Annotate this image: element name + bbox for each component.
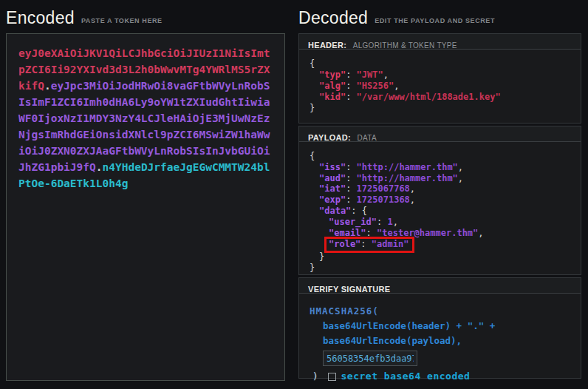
decoded-panel-head: Decoded EDIT THE PAYLOAD AND SECRET [298,0,581,33]
header-section-bar: HEADER: ALGORITHM & TOKEN TYPE [299,34,581,50]
brace: } [319,251,324,262]
payload-section-bar: PAYLOAD: DATA [299,126,581,142]
token-separator: . [96,161,103,173]
header-line-kid: "kid": "/var/www/html/188ade1.key" [310,92,570,103]
decoded-title: Decoded [298,8,368,28]
base64-encoded-checkbox[interactable] [328,373,336,381]
payload-line-role: "role": "admin" [310,238,570,251]
payload-json-editor[interactable]: { "iss": "http://hammer.thm", "aud": "ht… [299,142,581,283]
token-separator: . [44,80,51,92]
header-line-typ: "typ": "JWT", [310,70,570,81]
encoded-panel-head: Encoded PASTE A TOKEN HERE [6,0,285,33]
brace: } [310,103,315,113]
payload-line-iat: "iat": 1725067768, [310,183,570,194]
header-section-sublabel: ALGORITHM & TOKEN TYPE [353,41,457,50]
brace: { [310,58,315,69]
payload-line-iss: "iss": "http://hammer.thm", [310,162,570,173]
header-json-editor[interactable]: { "typ": "JWT", "alg": "HS256", "kid": "… [299,50,581,123]
encoded-title: Encoded [6,8,75,28]
payload-line-data-open: "data": { [310,206,570,217]
verify-section-label: VERIFY SIGNATURE [308,285,390,294]
payload-line-exp: "exp": 1725071368, [310,194,570,206]
brace: } [310,263,315,273]
role-admin-highlight-box: "role": "admin" [324,237,414,253]
encoded-subtitle: PASTE A TOKEN HERE [81,17,163,24]
payload-line-user-id: "user_id": 1, [310,217,570,228]
header-line-alg: "alg": "HS256", [310,81,570,92]
secret-options-row: ) secret base64 encoded [310,369,570,384]
decoded-panel: Decoded EDIT THE PAYLOAD AND SECRET HEAD… [298,0,581,381]
hmac-line: HMACSHA256( [310,304,570,319]
payload-section-sublabel: DATA [357,134,376,142]
payload-section: PAYLOAD: DATA { "iss": "http://hammer.th… [298,126,581,275]
base64-encoded-checkbox-label[interactable]: secret base64 encoded [341,369,471,384]
base64-header-line: base64UrlEncode(header) + "." + [323,319,570,334]
encoded-panel: Encoded PASTE A TOKEN HERE eyJ0eXAiOiJKV… [6,0,285,381]
brace: { [310,151,315,161]
verify-signature-section: VERIFY SIGNATURE HMACSHA256( base64UrlEn… [298,277,581,379]
header-section-label: HEADER: [308,41,346,50]
header-section: HEADER: ALGORITHM & TOKEN TYPE { "typ": … [298,33,581,124]
decoded-subtitle: EDIT THE PAYLOAD AND SECRET [375,17,495,24]
verify-section-bar: VERIFY SIGNATURE [299,278,581,294]
base64-payload-line: base64UrlEncode(payload), [323,334,570,348]
closing-paren: ) [312,369,318,384]
token-payload-segment: eyJpc3MiOiJodHRwOi8vaGFtbWVyLnRobSIsImF1… [18,80,270,173]
secret-input[interactable] [323,351,417,366]
payload-section-label: PAYLOAD: [308,133,351,142]
verify-signature-editor: HMACSHA256( base64UrlEncode(header) + ".… [299,294,581,384]
encoded-token-input[interactable]: eyJ0eXAiOiJKV1QiLCJhbGciOiJIUzI1NiIsImtp… [6,33,285,381]
payload-line-aud: "aud": "http://hammer.thm", [310,173,570,184]
